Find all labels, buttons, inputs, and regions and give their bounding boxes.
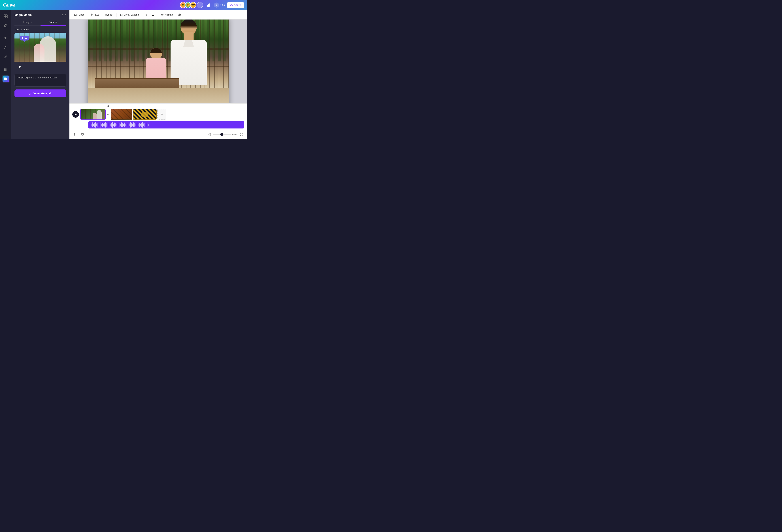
clip-transition-1[interactable]	[106, 113, 110, 116]
svg-rect-0	[207, 5, 208, 7]
preview-play-button[interactable]	[17, 64, 23, 69]
svg-rect-19	[4, 78, 6, 79]
wave-bar	[144, 123, 144, 127]
animate-button[interactable]: Animate	[159, 12, 175, 17]
wave-bar	[97, 123, 98, 127]
app-header: Canva 🙂 😊 😎 +	[0, 0, 247, 10]
sidebar-item-upload[interactable]	[2, 44, 10, 51]
clip-1[interactable]	[80, 109, 106, 120]
sidebar: T	[0, 10, 11, 139]
wave-bar	[137, 123, 137, 126]
wave-bar	[102, 124, 102, 126]
svg-point-17	[5, 70, 6, 71]
svg-marker-3	[216, 4, 217, 6]
wave-bar	[104, 123, 105, 126]
add-clip-button[interactable]: +	[157, 109, 166, 120]
timeline-list-view-button[interactable]	[72, 131, 78, 137]
svg-rect-43	[74, 134, 75, 134]
wave-bar	[92, 124, 92, 126]
sidebar-item-magic-media[interactable]	[2, 75, 10, 83]
analytics-icon[interactable]	[205, 2, 212, 8]
header-duration: 5.0s	[220, 4, 225, 6]
menu-button[interactable]	[150, 12, 156, 17]
timeline-screen-view-button[interactable]	[79, 131, 85, 137]
zoom-slider[interactable]	[213, 134, 231, 135]
sound-button[interactable]	[176, 12, 182, 17]
wave-bar	[100, 123, 100, 126]
avatar-3[interactable]: 😎	[190, 2, 196, 8]
wave-bar	[127, 123, 127, 126]
svg-point-14	[5, 69, 6, 70]
clip-2[interactable]	[111, 109, 132, 120]
video-frame[interactable]	[88, 20, 229, 103]
playback-button[interactable]: Playback	[102, 12, 115, 17]
wave-bar	[109, 123, 109, 126]
video-main-image	[88, 20, 229, 103]
header-play-button[interactable]	[214, 3, 219, 8]
generate-again-button[interactable]: Generate again	[14, 89, 66, 97]
wave-bar	[139, 124, 139, 126]
play-duration-control[interactable]: 5.0s	[214, 3, 225, 8]
wave-bar	[148, 124, 149, 126]
panel-more-button[interactable]: •••	[62, 13, 66, 17]
timeline-play-button[interactable]	[72, 111, 79, 118]
svg-point-18	[6, 70, 7, 71]
person-child	[34, 44, 44, 62]
share-label: Share	[234, 4, 241, 6]
clip-3[interactable]	[133, 109, 156, 120]
svg-rect-1	[208, 4, 209, 7]
svg-rect-35	[152, 15, 154, 16]
ground	[88, 88, 229, 103]
svg-point-12	[6, 68, 7, 69]
sidebar-item-apps[interactable]	[2, 66, 10, 73]
panel-title: Magic Media	[14, 13, 32, 16]
tab-videos[interactable]: Videos	[40, 19, 67, 26]
sidebar-item-draw[interactable]	[2, 53, 10, 61]
edit-video-button[interactable]: Edit video	[72, 12, 86, 17]
wave-bar	[148, 122, 148, 127]
svg-marker-22	[19, 66, 21, 68]
wave-bar	[123, 124, 124, 126]
crop-expand-button[interactable]: Crop / Expand	[118, 12, 141, 17]
sidebar-item-text[interactable]: T	[2, 34, 10, 42]
collaborator-avatars: 🙂 😊 😎 +	[180, 2, 203, 8]
wave-bar	[131, 122, 131, 127]
timeline-expand-button[interactable]	[238, 131, 244, 137]
canvas-toolbar: Edit video 5.0s Playback	[69, 10, 247, 20]
audio-row	[69, 121, 247, 130]
wave-bar	[140, 124, 141, 125]
add-collaborator-button[interactable]: +	[197, 2, 203, 8]
zoom-control: 50%	[208, 131, 244, 137]
svg-rect-40	[107, 114, 108, 115]
header-right: 🙂 😊 😎 + 5.0s	[180, 2, 244, 8]
video-preview-card: Leo	[14, 33, 66, 72]
sidebar-item-elements[interactable]	[2, 22, 10, 30]
wave-bar	[135, 124, 136, 126]
svg-rect-5	[4, 15, 6, 16]
wave-bar	[96, 123, 97, 126]
svg-rect-50	[209, 134, 211, 135]
wave-bar	[111, 123, 112, 127]
timeline-cursor-row	[69, 104, 247, 108]
sidebar-item-grid[interactable]	[2, 12, 10, 20]
wave-bar	[103, 124, 104, 125]
wave-bar	[119, 123, 120, 127]
flip-button[interactable]: Flip	[142, 12, 149, 17]
audio-track[interactable]	[88, 121, 244, 128]
wave-bar	[136, 122, 136, 127]
wave-bar	[115, 123, 115, 126]
cut-button[interactable]: 5.0s	[90, 12, 101, 17]
panel-header: Magic Media •••	[11, 10, 69, 19]
wave-bar	[124, 122, 125, 127]
timeline-clips: +	[80, 109, 244, 120]
wave-bar	[90, 124, 90, 125]
svg-point-11	[5, 68, 6, 69]
svg-point-25	[91, 14, 92, 14]
timeline-cursor-marker	[108, 106, 108, 107]
user-cursor-tooltip: Leo	[20, 36, 29, 40]
wave-bar	[131, 123, 132, 127]
wave-bar	[129, 123, 129, 127]
tab-images[interactable]: Images	[14, 19, 40, 26]
share-button[interactable]: Share	[227, 2, 244, 8]
text-prompt-input[interactable]: People exploring a nature reserve park	[14, 74, 66, 86]
